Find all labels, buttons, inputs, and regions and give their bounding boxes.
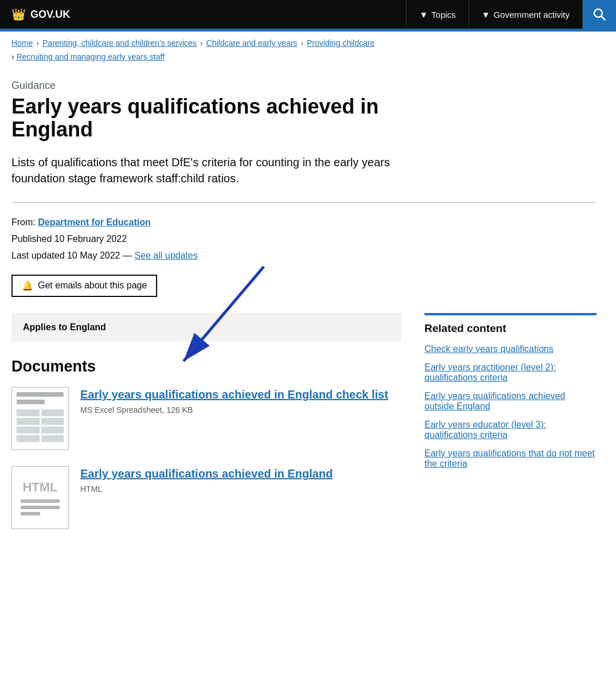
html-label: HTML bbox=[22, 480, 57, 495]
topics-menu[interactable]: ▼ Topics bbox=[406, 0, 468, 29]
gov-uk-logo[interactable]: 👑 GOV.UK bbox=[0, 0, 81, 29]
breadcrumb-sep-1: › bbox=[36, 38, 39, 48]
get-emails-label: Get emails about this page bbox=[38, 280, 147, 291]
grid-cell-7 bbox=[17, 435, 40, 442]
from-org-link[interactable]: Department for Education bbox=[38, 217, 150, 227]
divider-1 bbox=[11, 202, 596, 203]
related-content-heading: Related content bbox=[424, 313, 596, 335]
page-description: Lists of qualifications that meet DfE's … bbox=[11, 154, 390, 186]
grid-cell-2 bbox=[41, 409, 64, 416]
breadcrumb-row2: › Recruiting and managing early years st… bbox=[0, 52, 616, 68]
doc-title-1[interactable]: Early years qualifications achieved in E… bbox=[80, 387, 401, 402]
breadcrumb-parenting[interactable]: Parenting, childcare and children's serv… bbox=[42, 38, 197, 48]
breadcrumb-recruiting[interactable]: Recruiting and managing early years staf… bbox=[17, 52, 165, 61]
search-icon bbox=[593, 8, 606, 21]
doc-info-1: Early years qualifications achieved in E… bbox=[80, 387, 401, 415]
grid-cell-4 bbox=[41, 418, 64, 425]
logo-text: GOV.UK bbox=[30, 9, 70, 21]
sidebar-column: Related content Check early years qualif… bbox=[424, 313, 596, 477]
doc-meta-2: HTML bbox=[80, 484, 401, 494]
get-emails-button[interactable]: 🔔 Get emails about this page bbox=[11, 275, 157, 297]
document-item-2: HTML Early years qualifications achieved… bbox=[11, 466, 401, 529]
related-link-item-5: Early years qualifications that do not m… bbox=[424, 448, 596, 469]
related-link-2[interactable]: Early years practitioner (level 2): qual… bbox=[424, 362, 556, 382]
html-line-2 bbox=[21, 506, 60, 509]
related-link-1[interactable]: Check early years qualifications bbox=[424, 344, 553, 354]
grid-cell-5 bbox=[17, 427, 40, 433]
breadcrumb-sep-3: › bbox=[301, 38, 303, 48]
related-link-item-1: Check early years qualifications bbox=[424, 344, 596, 354]
published-line: Published 10 February 2022 bbox=[11, 231, 596, 248]
html-line-3 bbox=[21, 512, 40, 515]
government-activity-menu[interactable]: ▼ Government activity bbox=[469, 0, 582, 29]
search-button[interactable] bbox=[582, 0, 616, 29]
related-link-item-2: Early years practitioner (level 2): qual… bbox=[424, 362, 596, 383]
crown-icon: 👑 bbox=[11, 7, 26, 21]
page-title: Early years qualifications achieved in E… bbox=[11, 95, 401, 140]
from-label: From: bbox=[11, 217, 36, 227]
meta-section: From: Department for Education Published… bbox=[11, 214, 596, 264]
applies-to-box: Applies to England bbox=[11, 313, 401, 342]
related-link-item-4: Early years educator (level 3): qualific… bbox=[424, 420, 596, 440]
main-column: Applies to England Documents bbox=[11, 313, 401, 545]
bell-icon: 🔔 bbox=[22, 280, 33, 291]
doc-icon-grid bbox=[17, 409, 64, 442]
breadcrumb-sep-2: › bbox=[200, 38, 203, 48]
from-line: From: Department for Education bbox=[11, 214, 596, 231]
chevron-down-icon-2: ▼ bbox=[482, 10, 490, 19]
topics-label: Topics bbox=[431, 10, 456, 19]
gov-activity-label: Government activity bbox=[493, 10, 570, 19]
related-link-3[interactable]: Early years qualifications achieved outs… bbox=[424, 391, 565, 411]
updated-line: Last updated 10 May 2022 — See all updat… bbox=[11, 248, 596, 264]
grid-cell-6 bbox=[41, 427, 64, 433]
grid-cell-3 bbox=[17, 418, 40, 425]
navigation: 👑 GOV.UK ▼ Topics ▼ Government activity bbox=[0, 0, 616, 29]
doc-title-2[interactable]: Early years qualifications achieved in E… bbox=[80, 466, 401, 481]
breadcrumb: Home › Parenting, childcare and children… bbox=[0, 32, 616, 52]
page-label: Guidance bbox=[11, 80, 596, 92]
two-column-layout: Applies to England Documents bbox=[11, 313, 596, 545]
chevron-down-icon: ▼ bbox=[419, 10, 428, 19]
doc-icon-html: HTML bbox=[11, 466, 69, 529]
related-links-list: Check early years qualifications Early y… bbox=[424, 344, 596, 469]
document-item-1: Early years qualifications achieved in E… bbox=[11, 387, 401, 450]
grid-cell-8 bbox=[41, 435, 64, 442]
related-link-4[interactable]: Early years educator (level 3): qualific… bbox=[424, 420, 547, 440]
doc-info-2: Early years qualifications achieved in E… bbox=[80, 466, 401, 494]
nav-links: ▼ Topics ▼ Government activity bbox=[406, 0, 616, 29]
related-link-item-3: Early years qualifications achieved outs… bbox=[424, 391, 596, 412]
breadcrumb-row2-sep: › bbox=[11, 52, 14, 61]
html-icon-lines bbox=[21, 499, 60, 515]
content-wrapper: Guidance Early years qualifications achi… bbox=[0, 68, 608, 557]
svg-line-1 bbox=[602, 17, 606, 21]
see-all-updates-link[interactable]: See all updates bbox=[134, 251, 197, 260]
breadcrumb-childcare[interactable]: Childcare and early years bbox=[206, 38, 298, 48]
doc-html-icon-inner: HTML bbox=[12, 467, 68, 529]
html-line-1 bbox=[21, 499, 60, 503]
updated-text: Last updated 10 May 2022 — bbox=[11, 251, 132, 260]
doc-icon-line-2 bbox=[17, 400, 45, 404]
breadcrumb-providing[interactable]: Providing childcare bbox=[307, 38, 375, 48]
related-link-5[interactable]: Early years qualifications that do not m… bbox=[424, 448, 595, 468]
documents-heading: Documents bbox=[11, 358, 401, 376]
doc-icon-line-1 bbox=[17, 392, 64, 397]
breadcrumb-home[interactable]: Home bbox=[11, 38, 33, 48]
applies-to-text: Applies to England bbox=[23, 322, 106, 332]
grid-cell-1 bbox=[17, 409, 40, 416]
doc-meta-1: MS Excel Spreadsheet, 126 KB bbox=[80, 405, 401, 415]
doc-icon-excel bbox=[11, 387, 69, 450]
